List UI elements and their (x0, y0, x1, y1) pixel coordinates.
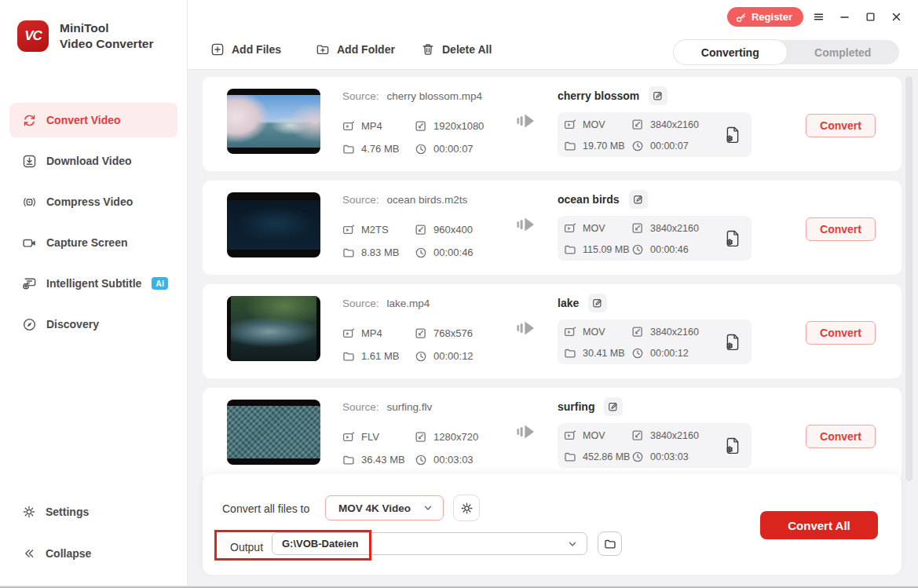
delete-all-button[interactable]: Delete All (421, 42, 492, 57)
status-tabs: Converting Completed (674, 40, 899, 64)
edit-icon (592, 298, 603, 309)
output-settings-icon[interactable] (724, 126, 741, 144)
sidebar: VC MiniTool Video Converter Convert Vide… (0, 0, 188, 588)
output-path-dropdown[interactable]: G:\VOB-Dateien (272, 532, 587, 555)
forward-arrow-icon (517, 111, 537, 131)
output-resolution: 3840x2160 (650, 430, 699, 441)
resolution-icon (415, 431, 427, 444)
settings-button[interactable]: Settings (9, 496, 177, 528)
source-filename: surfing.flv (387, 401, 433, 413)
source-duration: 00:00:12 (433, 350, 474, 362)
output-settings-icon[interactable] (724, 229, 741, 248)
output-duration: 00:00:46 (650, 244, 689, 255)
collapse-button[interactable]: Collapse (9, 538, 177, 569)
output-path-value: G:\VOB-Dateien (272, 538, 567, 550)
format-settings-button[interactable] (453, 495, 480, 521)
output-size: 19.70 MB (583, 141, 625, 152)
convert-button[interactable]: Convert (806, 425, 876, 448)
output-info-box: MOV 3840x2160 115.09 MB 00:00:46 (558, 216, 752, 261)
resolution-icon (631, 429, 644, 442)
video-thumbnail (227, 400, 320, 465)
output-info-box: MOV 3840x2160 452.86 MB 00:03:03 (558, 423, 752, 468)
output-size: 452.86 MB (583, 451, 630, 462)
convert-all-button[interactable]: Convert All (760, 511, 878, 539)
folder-plus-icon (316, 42, 330, 57)
close-icon (891, 11, 902, 23)
collapse-label: Collapse (46, 547, 91, 560)
sidebar-item-capture-screen[interactable]: Capture Screen (9, 225, 177, 260)
app-window: VC MiniTool Video Converter Convert Vide… (0, 0, 918, 588)
output-format: MOV (583, 223, 605, 234)
source-duration: 00:00:46 (433, 247, 474, 258)
browse-folder-button[interactable] (598, 531, 622, 556)
folder-icon (604, 538, 616, 550)
menu-button[interactable] (808, 8, 829, 27)
file-video-icon (564, 222, 576, 235)
source-resolution: 1280x720 (433, 431, 478, 443)
output-format-dropdown[interactable]: MOV 4K Video (325, 495, 444, 520)
file-row: Source:lake.mp4 MP4 768x576 1.61 MB 00:0… (203, 284, 902, 378)
forward-arrow-icon (517, 422, 537, 442)
file-video-icon (342, 224, 355, 236)
add-files-button[interactable]: Add Files (210, 42, 281, 57)
folder-icon (342, 350, 355, 363)
minimize-icon (839, 11, 850, 23)
rename-button[interactable] (629, 190, 648, 209)
clock-icon (631, 451, 644, 463)
resolution-icon (415, 120, 427, 133)
source-duration: 00:03:03 (433, 454, 474, 466)
source-label: Source: (342, 90, 379, 102)
convert-button[interactable]: Convert (806, 217, 876, 241)
folder-icon (564, 243, 576, 256)
register-button[interactable]: Register (727, 7, 803, 27)
chevron-down-icon (567, 539, 578, 550)
rename-button[interactable] (649, 86, 667, 105)
sidebar-item-compress-video[interactable]: Compress Video (9, 184, 177, 219)
settings-label: Settings (46, 506, 89, 518)
output-name: lake (558, 297, 579, 309)
output-name: cherry blossom (558, 89, 639, 102)
source-label: Source: (342, 401, 379, 413)
folder-icon (342, 247, 355, 259)
sidebar-item-convert-video[interactable]: Convert Video (9, 103, 177, 137)
add-folder-button[interactable]: Add Folder (316, 42, 395, 57)
sidebar-item-download-video[interactable]: Download Video (9, 144, 177, 178)
sidebar-item-intelligent-subtitle[interactable]: Intelligent Subtitle AI (9, 266, 177, 301)
maximize-icon (865, 11, 876, 23)
source-format: MP4 (361, 120, 382, 132)
output-settings-icon[interactable] (724, 333, 741, 352)
sidebar-item-discovery[interactable]: Discovery (9, 307, 177, 341)
edit-icon (633, 194, 644, 205)
trash-icon (421, 42, 435, 57)
output-duration: 00:00:07 (650, 141, 689, 152)
tab-converting[interactable]: Converting (674, 40, 787, 64)
output-info-box: MOV 3840x2160 30.41 MB 00:00:12 (558, 320, 752, 364)
tab-completed[interactable]: Completed (787, 40, 900, 64)
close-button[interactable] (886, 8, 907, 27)
source-filename: ocean birds.m2ts (387, 194, 468, 206)
source-label: Source: (342, 298, 379, 309)
output-size: 115.09 MB (583, 244, 630, 255)
ai-badge: AI (152, 277, 168, 290)
output-duration: 00:03:03 (650, 451, 689, 462)
video-thumbnail (227, 192, 320, 257)
clock-icon (415, 247, 427, 259)
source-filename: cherry blossom.mp4 (387, 90, 483, 102)
sidebar-item-label: Capture Screen (46, 236, 127, 249)
rename-button[interactable] (604, 397, 623, 416)
source-format: M2TS (361, 224, 389, 236)
file-row: Source:ocean birds.m2ts M2TS 960x400 8.8… (203, 181, 902, 275)
source-format: MP4 (361, 327, 382, 339)
convert-button[interactable]: Convert (806, 114, 876, 137)
rename-button[interactable] (588, 294, 607, 312)
maximize-button[interactable] (860, 8, 881, 27)
output-settings-icon[interactable] (724, 436, 741, 455)
scrollbar-thumb[interactable] (905, 76, 913, 481)
edit-icon (653, 90, 664, 101)
source-duration: 00:00:07 (433, 143, 474, 155)
minimize-button[interactable] (834, 8, 855, 27)
convert-button[interactable]: Convert (806, 321, 876, 345)
resolution-icon (631, 326, 644, 338)
output-info-box: MOV 3840x2160 19.70 MB 00:00:07 (558, 112, 752, 157)
output-resolution: 3840x2160 (650, 119, 699, 130)
